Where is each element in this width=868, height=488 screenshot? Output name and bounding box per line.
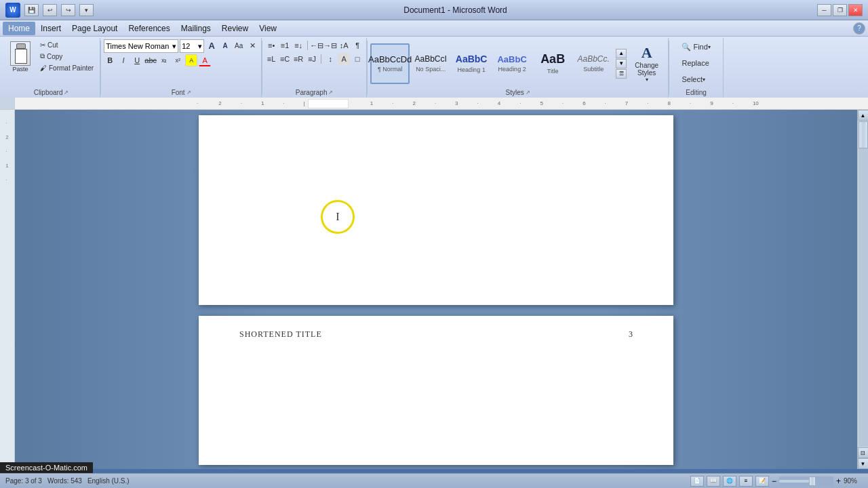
close-btn[interactable]: ✕ — [848, 4, 863, 16]
styles-scroll-more[interactable]: ☰ — [616, 69, 627, 79]
font-name-dropdown[interactable]: Times New Roman ▾ — [104, 39, 178, 53]
paste-button[interactable]: Paste — [5, 39, 35, 75]
scroll-track[interactable] — [859, 121, 868, 447]
styles-scroll-up[interactable]: ▲ — [616, 49, 627, 58]
change-styles-arrow: ▾ — [646, 77, 648, 83]
style-no-spacing[interactable]: AaBbCcI No Spaci... — [411, 43, 450, 84]
menu-view[interactable]: View — [254, 22, 282, 35]
font-color-button[interactable]: A — [199, 54, 211, 66]
print-layout-btn[interactable]: 📄 — [690, 476, 704, 487]
align-left-button[interactable]: ≡L — [265, 53, 277, 65]
word-logo: W — [5, 3, 20, 18]
style-title-preview: AaB — [540, 52, 565, 67]
save-quick-btn[interactable]: 💾 — [24, 4, 39, 16]
menu-review[interactable]: Review — [216, 22, 254, 35]
scroll-down-button[interactable]: ▼ — [858, 458, 869, 469]
styles-content: AaBbCcDd ¶ Normal AaBbCcI No Spaci... Aa… — [370, 39, 665, 87]
grow-font-button[interactable]: A — [205, 39, 218, 52]
show-marks-button[interactable]: ¶ — [351, 39, 363, 52]
zoom-handle[interactable] — [809, 476, 816, 486]
ruler-corner — [0, 98, 15, 110]
style-heading2-label: Heading 2 — [498, 66, 526, 73]
para-expand-icon[interactable]: ↗ — [328, 89, 333, 96]
font-size-dropdown[interactable]: 12 ▾ — [180, 39, 204, 53]
scroll-up-button[interactable]: ▲ — [858, 110, 869, 121]
border-button[interactable]: □ — [351, 53, 363, 65]
expand-view-btn[interactable]: ⊡ — [858, 447, 869, 458]
clear-format-button[interactable]: ✕ — [246, 39, 258, 52]
line-spacing-button[interactable]: ↕ — [324, 53, 336, 65]
restore-btn[interactable]: ❐ — [833, 4, 847, 16]
menu-home[interactable]: Home — [3, 22, 35, 35]
undo-quick-btn[interactable]: ↩ — [43, 4, 57, 16]
editing-label: Editing — [672, 89, 720, 96]
numbering-button[interactable]: ≡1 — [279, 39, 291, 52]
style-title[interactable]: AaB Title — [533, 43, 572, 84]
draft-btn[interactable]: 📝 — [755, 476, 769, 487]
web-layout-btn[interactable]: 🌐 — [723, 476, 736, 487]
format-painter-button[interactable]: 🖌Format Painter — [37, 62, 97, 73]
select-button[interactable]: Select ▾ — [678, 72, 709, 87]
menu-references[interactable]: References — [123, 22, 175, 35]
align-right-button[interactable]: ≡R — [292, 53, 304, 65]
redo-quick-btn[interactable]: ↪ — [61, 4, 75, 16]
zoom-plus[interactable]: + — [836, 476, 841, 486]
scroll-thumb[interactable] — [859, 121, 868, 148]
find-button[interactable]: 🔍Find ▾ — [678, 39, 713, 54]
clipboard-expand-icon[interactable]: ↗ — [64, 89, 68, 96]
decrease-indent-button[interactable]: ←⊟ — [311, 39, 323, 52]
language-indicator: English (U.S.) — [87, 477, 130, 485]
multilevel-button[interactable]: ≡↓ — [292, 39, 304, 52]
pages-container[interactable]: I SHORTENED TITLE 3 — [15, 110, 857, 469]
styles-scroll-down[interactable]: ▼ — [616, 59, 627, 68]
menu-mailings[interactable]: Mailings — [176, 22, 216, 35]
style-subtitle[interactable]: AaBbCc. Subtitle — [574, 43, 613, 84]
copy-button[interactable]: ⧉Copy — [37, 51, 97, 62]
replace-button[interactable]: Replace — [678, 56, 712, 70]
styles-scroll: ▲ ▼ ☰ — [616, 49, 627, 79]
style-heading1[interactable]: AaBbC Heading 1 — [452, 43, 491, 84]
page-2[interactable]: SHORTENED TITLE 3 — [199, 316, 673, 465]
bullets-button[interactable]: ≡• — [265, 39, 277, 52]
increase-indent-button[interactable]: →⊟ — [324, 39, 336, 52]
change-case-button[interactable]: Aa — [233, 39, 245, 52]
subscript-button[interactable]: x₂ — [158, 54, 170, 66]
shrink-font-button[interactable]: A — [219, 39, 231, 52]
change-styles-button[interactable]: A ChangeStyles ▾ — [628, 43, 665, 85]
help-icon[interactable]: ? — [853, 22, 865, 35]
minimize-btn[interactable]: ─ — [817, 4, 831, 16]
page-1-content[interactable]: I — [199, 115, 673, 264]
zoom-minus[interactable]: − — [772, 476, 776, 486]
font-expand-icon[interactable]: ↗ — [186, 89, 191, 96]
menu-insert[interactable]: Insert — [35, 22, 66, 35]
clipboard-label: Clipboard ↗ — [5, 89, 97, 96]
click-indicator: I — [321, 200, 355, 234]
italic-button[interactable]: I — [117, 54, 130, 66]
font-content: Times New Roman ▾ 12 ▾ A A Aa ✕ B I U ab… — [104, 39, 258, 87]
para-row2: ≡L ≡C ≡R ≡J ↕ A □ — [265, 53, 363, 65]
styles-expand-icon[interactable]: ↗ — [526, 89, 530, 96]
zoom-level[interactable]: 90% — [844, 477, 863, 485]
zoom-slider[interactable] — [779, 476, 833, 486]
vertical-ruler: · 2 · 1 · — [0, 110, 15, 469]
shading-button[interactable]: A — [338, 53, 350, 65]
style-normal[interactable]: AaBbCcDd ¶ Normal — [370, 43, 410, 84]
page-1[interactable]: I — [199, 115, 673, 305]
highlight-button[interactable]: A — [185, 54, 197, 66]
styles-group: AaBbCcDd ¶ Normal AaBbCcI No Spaci... Aa… — [368, 38, 669, 98]
underline-button[interactable]: U — [131, 54, 143, 66]
outline-btn[interactable]: ≡ — [739, 476, 753, 487]
style-heading2[interactable]: AaBbC Heading 2 — [492, 43, 532, 84]
full-reading-btn[interactable]: 📖 — [707, 476, 720, 487]
cut-button[interactable]: ✂Cut — [37, 39, 97, 50]
sort-button[interactable]: ↕A — [338, 39, 350, 52]
clipboard-small-btns: ✂Cut ⧉Copy 🖌Format Painter — [37, 39, 97, 73]
customize-quick-btn[interactable]: ▾ — [79, 4, 94, 16]
align-center-button[interactable]: ≡C — [279, 53, 291, 65]
menu-page-layout[interactable]: Page Layout — [66, 22, 123, 35]
style-no-spacing-label: No Spaci... — [416, 66, 446, 73]
strikethrough-button[interactable]: abc — [144, 54, 157, 66]
justify-button[interactable]: ≡J — [306, 53, 318, 65]
superscript-button[interactable]: x² — [172, 54, 184, 66]
bold-button[interactable]: B — [104, 54, 116, 66]
